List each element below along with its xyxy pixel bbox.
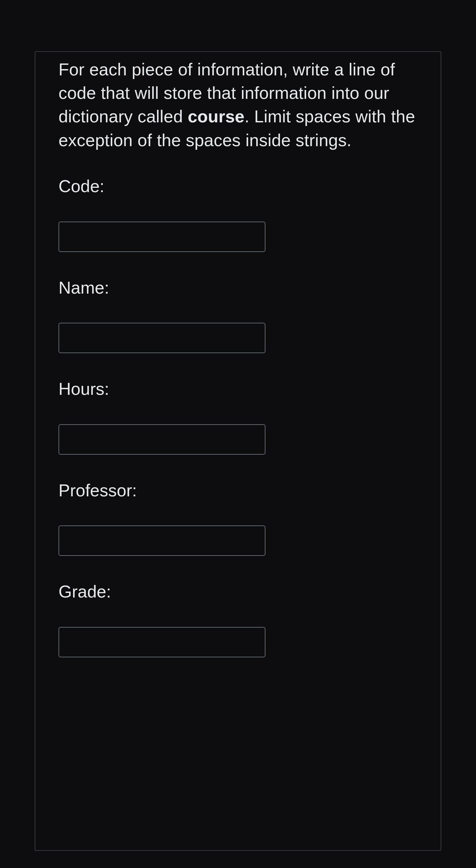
field-hours: Hours: xyxy=(59,378,417,455)
field-hours-label: Hours: xyxy=(59,378,417,400)
instructions-bold: course xyxy=(188,107,245,126)
field-grade: Grade: xyxy=(59,581,417,657)
field-name-label: Name: xyxy=(59,277,417,299)
field-code-input[interactable] xyxy=(59,221,265,252)
field-professor-label: Professor: xyxy=(59,479,417,502)
field-professor: Professor: xyxy=(59,479,417,556)
field-professor-input[interactable] xyxy=(59,525,265,556)
field-code: Code: xyxy=(59,175,417,252)
field-grade-input[interactable] xyxy=(59,627,265,657)
instructions-text: For each piece of information, write a l… xyxy=(59,58,417,152)
field-grade-label: Grade: xyxy=(59,581,417,603)
field-hours-input[interactable] xyxy=(59,424,265,455)
exercise-card: For each piece of information, write a l… xyxy=(35,51,441,851)
field-name-input[interactable] xyxy=(59,323,265,353)
field-name: Name: xyxy=(59,277,417,353)
field-code-label: Code: xyxy=(59,175,417,198)
